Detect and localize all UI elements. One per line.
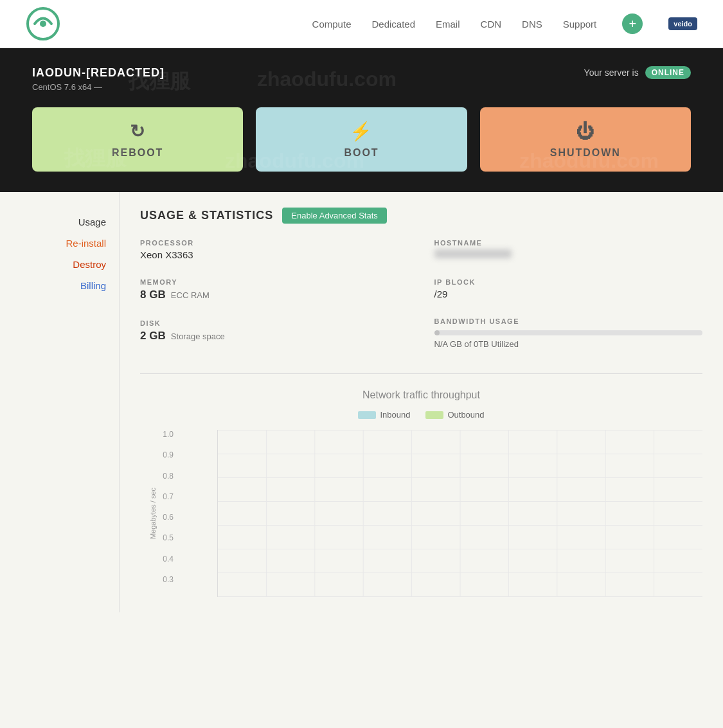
main-content: Usage Re-install Destroy Billing USAGE &… — [0, 192, 723, 612]
svg-point-1 — [40, 21, 46, 27]
y-label-04: 0.4 — [144, 555, 174, 564]
bandwidth-block: BANDWIDTH USAGE N/A GB of 0TB Utilized — [434, 317, 703, 349]
y-label-10: 1.0 — [144, 430, 174, 439]
nav-support[interactable]: Support — [563, 19, 597, 30]
bandwidth-bar — [434, 330, 703, 335]
nav-dedicated[interactable]: Dedicated — [371, 19, 415, 30]
ip-block-label: IP BLOCK — [434, 278, 703, 286]
y-label-08: 0.8 — [144, 472, 174, 481]
outbound-color-swatch — [425, 411, 443, 419]
reboot-icon: ↻ — [130, 121, 146, 142]
logo-icon — [26, 6, 61, 42]
ip-block-block: IP BLOCK /29 — [434, 278, 703, 299]
enable-stats-button[interactable]: Enable Advanced Stats — [282, 208, 386, 224]
sidebar-item-reinstall[interactable]: Re-install — [13, 233, 106, 254]
server-status: Your server is ONLINE — [584, 66, 691, 79]
chart-wrapper: 1.0 0.9 0.8 0.7 0.6 0.5 0.4 0.3 Megabyte… — [179, 430, 702, 597]
memory-value: 8 GB ECC RAM — [140, 289, 409, 301]
header: Compute Dedicated Email CDN DNS Support … — [0, 0, 723, 48]
y-axis-labels: 1.0 0.9 0.8 0.7 0.6 0.5 0.4 0.3 — [144, 430, 174, 584]
sidebar: Usage Re-install Destroy Billing — [0, 192, 119, 612]
content-panel: USAGE & STATISTICS Enable Advanced Stats… — [119, 192, 723, 612]
sidebar-item-destroy[interactable]: Destroy — [13, 254, 106, 275]
section-header: USAGE & STATISTICS Enable Advanced Stats — [140, 208, 702, 224]
sidebar-item-usage[interactable]: Usage — [13, 211, 106, 233]
shutdown-button[interactable]: ⏻ SHUTDOWN — [480, 107, 691, 172]
hostname-blurred — [434, 249, 512, 258]
shutdown-icon: ⏻ — [576, 121, 595, 142]
chart-legend: Inbound Outbound — [140, 410, 702, 420]
nav-email[interactable]: Email — [436, 19, 460, 30]
bandwidth-fill — [434, 330, 440, 335]
chart-container — [217, 430, 702, 597]
y-label-05: 0.5 — [144, 533, 174, 542]
divider — [140, 373, 702, 374]
ip-block-value: /29 — [434, 289, 703, 299]
boot-button[interactable]: ⚡ BOOT — [256, 107, 467, 172]
shutdown-label: SHUTDOWN — [550, 147, 621, 159]
reboot-label: REBOOT — [112, 147, 163, 159]
section-title: USAGE & STATISTICS — [140, 209, 273, 222]
memory-unit: ECC RAM — [171, 290, 210, 300]
disk-unit: Storage space — [171, 332, 225, 341]
processor-label: PROCESSOR — [140, 239, 409, 247]
outbound-label: Outbound — [447, 410, 484, 420]
stats-grid: PROCESSOR Xeon X3363 MEMORY 8 GB ECC RAM… — [140, 239, 702, 367]
legend-outbound: Outbound — [425, 410, 484, 420]
nav-links: Compute Dedicated Email CDN DNS Support … — [312, 13, 697, 34]
y-label-07: 0.7 — [144, 492, 174, 501]
nav-compute[interactable]: Compute — [312, 19, 352, 30]
memory-label: MEMORY — [140, 278, 409, 286]
y-axis-title: Megabytes / sec — [149, 488, 157, 539]
memory-block: MEMORY 8 GB ECC RAM — [140, 278, 409, 301]
processor-block: PROCESSOR Xeon X3363 — [140, 239, 409, 260]
nav-cdn[interactable]: CDN — [481, 19, 502, 30]
inbound-label: Inbound — [380, 410, 410, 420]
disk-block: DISK 2 GB Storage space — [140, 319, 409, 342]
legend-inbound: Inbound — [358, 410, 410, 420]
logo-area — [26, 6, 61, 42]
disk-label: DISK — [140, 319, 409, 327]
disk-value: 2 GB Storage space — [140, 330, 409, 342]
user-badge: veido — [668, 17, 697, 30]
processor-value: Xeon X3363 — [140, 249, 409, 260]
sidebar-item-billing[interactable]: Billing — [13, 275, 106, 296]
server-subtitle: CentOS 7.6 x64 — — [32, 82, 691, 92]
chart-svg — [218, 430, 702, 596]
bandwidth-label: BANDWIDTH USAGE — [434, 317, 703, 325]
hero-section: 找狸服 zhaodufu.com 找狸服 zhaodufu.com zhaodu… — [0, 48, 723, 192]
boot-label: BOOT — [344, 147, 379, 159]
status-label: Your server is — [584, 67, 639, 78]
y-label-03: 0.3 — [144, 575, 174, 584]
reboot-button[interactable]: ↻ REBOOT — [32, 107, 243, 172]
chart-title: Network traffic throughput — [140, 389, 702, 401]
status-badge: ONLINE — [645, 66, 691, 79]
nav-dns[interactable]: DNS — [522, 19, 542, 30]
chart-section: Network traffic throughput Inbound Outbo… — [140, 389, 702, 597]
bandwidth-text: N/A GB of 0TB Utilized — [434, 339, 703, 349]
boot-icon: ⚡ — [350, 121, 373, 142]
hostname-block: HOSTNAME — [434, 239, 703, 260]
hostname-label: HOSTNAME — [434, 239, 703, 247]
hostname-value — [434, 249, 703, 260]
y-label-06: 0.6 — [144, 513, 174, 522]
action-buttons: ↻ REBOOT ⚡ BOOT ⏻ SHUTDOWN — [32, 107, 691, 172]
grid-line-8 — [218, 596, 702, 597]
y-label-09: 0.9 — [144, 450, 174, 459]
nav-add-button[interactable]: + — [622, 13, 643, 34]
inbound-color-swatch — [358, 411, 376, 419]
